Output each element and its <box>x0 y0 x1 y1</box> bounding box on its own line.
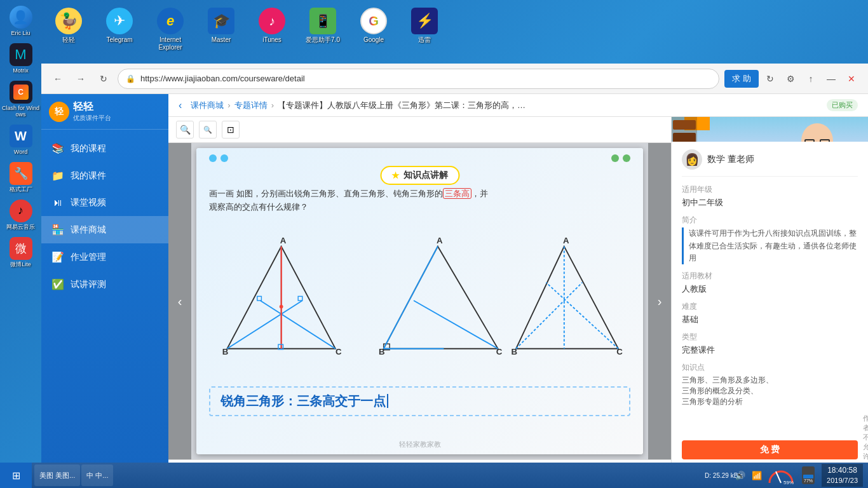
desktop-icon-format-factory[interactable]: 🔧 格式工厂 <box>1 159 41 196</box>
address-bar[interactable]: 🔒 https://www.jiajiaoban.com/courseware/… <box>118 69 719 89</box>
svg-text:A: A <box>563 236 569 245</box>
svg-line-2 <box>227 301 302 349</box>
desktop-icon-xunlei[interactable]: ⚡ 迅雷 <box>402 5 447 46</box>
desktop-icon-aisi[interactable]: 📱 爱思助手7.0 <box>301 5 345 46</box>
desktop-icon-master[interactable]: 🎓 Master <box>199 5 243 46</box>
viewer-toolbar: 🔍 🔍 ⊡ <box>168 117 671 143</box>
desktop-icon-word[interactable]: W Word <box>1 122 41 158</box>
desktop-icon-label: Internet Explorer <box>149 36 191 51</box>
desktop-icon-clash[interactable]: C Clash for Windows <box>1 78 41 121</box>
desktop-icons-top: 🦆 轻轻 ✈ Telegram e Internet Explorer 🎓 Ma… <box>41 0 671 64</box>
desktop-icon-google[interactable]: G Google <box>351 5 396 46</box>
slide-frame: ★ 知识点讲解 画一画 如图，分别画出锐角三角形、直角三角形、钝角三角形的三条高… <box>196 148 643 454</box>
back-browser-button[interactable]: ← <box>49 70 67 88</box>
close-button[interactable]: ✕ <box>843 70 860 88</box>
desktop-icon-label: 轻轻 <box>62 36 75 44</box>
teacher-row: 👩 数学 董老师 <box>682 149 858 177</box>
desktop-icon-label: 网易云音乐 <box>6 224 35 231</box>
breadcrumb-courseware-shop[interactable]: 课件商城 <box>191 100 224 111</box>
free-download-button[interactable]: 免 费 <box>682 440 858 459</box>
desktop-icons-left: 👤 Eric Liu M Motrix C Clash for Windows … <box>0 0 41 458</box>
type-value: 完整课件 <box>682 344 858 356</box>
desktop-icon-label: Eric Liu <box>11 30 30 37</box>
desktop-icon-weibo[interactable]: 微 微博Lite <box>1 234 41 271</box>
desktop-icon-label: 微博Lite <box>10 261 31 268</box>
svg-point-9 <box>280 305 283 309</box>
knowledge-point-1: 三角形、三角形及多边形、 <box>682 375 858 386</box>
sidebar: 轻 轻轻 优质课件平台 📚 我的课程 📁 我的课件 <box>41 94 168 488</box>
logo-icon: 轻 <box>49 102 69 122</box>
browser-topbar: ← → ↻ 🔒 https://www.jiajiaoban.com/cours… <box>41 64 868 94</box>
dot-green-1 <box>611 154 619 162</box>
dot-green-2 <box>623 154 630 162</box>
taskbar-tray: D: 25.29 kB/s 🔊 📶 59% 77% <box>712 463 868 488</box>
taskbar-item-label: 美图 美图... <box>39 471 75 480</box>
volume-tray-icon[interactable]: 🔊 <box>734 469 747 482</box>
refresh-button[interactable]: ↻ <box>761 70 779 88</box>
desktop-icon-qingqing[interactable]: 🦆 轻轻 <box>46 5 91 46</box>
next-slide-button[interactable]: › <box>648 143 671 459</box>
svg-rect-11 <box>257 296 262 301</box>
teacher-video <box>672 117 868 142</box>
classroom-video-icon: ⏯ <box>51 197 64 208</box>
sidebar-item-courseware-shop[interactable]: 🏪 课件商城 <box>41 216 168 243</box>
taskbar-item-meitu[interactable]: 美图 美图... <box>34 464 80 486</box>
desktop-icon-ie[interactable]: e Internet Explorer <box>148 5 193 54</box>
info-section-intro: 简介 该课件可用于作为七升八衔接知识点巩固训练，整体难度已合生活实际，有趣生动，… <box>682 215 858 264</box>
breadcrumb-bar: ‹ 课件商城 › 专题详情 › 【专题课件】人教版八年级上册《三角形》第二课：三… <box>168 94 868 117</box>
settings-button[interactable]: ⚙ <box>782 70 799 88</box>
svg-line-16 <box>414 301 498 349</box>
share-button[interactable]: ↑ <box>802 70 820 88</box>
info-section-difficulty: 难度 基础 <box>682 301 858 325</box>
content-area: 🔍 🔍 ⊡ ‹ <box>168 117 868 488</box>
main-content: ‹ 课件商城 › 专题详情 › 【专题课件】人教版八年级上册《三角形》第二课：三… <box>168 94 868 488</box>
start-button[interactable]: ⊞ <box>0 463 32 488</box>
taskbar-item-ime[interactable]: 中 中... <box>81 464 113 486</box>
forward-browser-button[interactable]: → <box>72 70 90 88</box>
intro-label: 简介 <box>682 215 858 226</box>
zoom-in-button[interactable]: 🔍 <box>176 121 194 139</box>
sidebar-item-trial-eval[interactable]: ✅ 试讲评测 <box>41 271 168 298</box>
taskbar-clock[interactable]: 18:40:58 2019/7/23 <box>822 464 863 487</box>
sidebar-item-label: 课堂视频 <box>71 197 106 208</box>
breadcrumb-sep-1: › <box>227 100 230 110</box>
slide-top-dots-right <box>611 154 630 162</box>
desktop-icon-telegram[interactable]: ✈ Telegram <box>97 5 142 46</box>
hdd-icon: 77% <box>799 464 818 487</box>
network-tray-icon: D: 25.29 kB/s <box>717 469 730 482</box>
sidebar-item-label: 课件商城 <box>71 224 106 236</box>
desktop-icon-itunes[interactable]: ♪ iTunes <box>250 5 294 46</box>
question-text-part1: 画一画 如图，分别画出锐角三角形、直角三角形、钝角三角形的 <box>209 189 443 198</box>
sidebar-item-my-courses[interactable]: 📚 我的课程 <box>41 135 168 162</box>
clock-time: 18:40:58 <box>827 465 858 476</box>
speed-gauge: 59% <box>767 464 795 487</box>
network-wifi-icon[interactable]: 📶 <box>750 469 763 482</box>
course-viewer: 🔍 🔍 ⊡ ‹ <box>168 117 671 488</box>
desktop-icon-eric-liu[interactable]: 👤 Eric Liu <box>1 3 41 39</box>
desktop-icon-label: Master <box>212 36 231 44</box>
sidebar-item-my-courseware[interactable]: 📁 我的课件 <box>41 162 168 189</box>
desktop-icon-motrix[interactable]: M Motrix <box>1 41 41 77</box>
breadcrumb-topic-detail[interactable]: 专题详情 <box>234 100 268 111</box>
fit-button[interactable]: ⊡ <box>222 121 240 139</box>
zoom-out-button[interactable]: 🔍 <box>199 121 217 139</box>
svg-text:C: C <box>616 347 623 356</box>
app-layout: 轻 轻轻 优质课件平台 📚 我的课程 📁 我的课件 <box>41 94 868 488</box>
sidebar-nav: 📚 我的课程 📁 我的课件 ⏯ 课堂视频 🏪 课件商城 <box>41 130 168 303</box>
back-button[interactable]: ‹ <box>179 100 182 111</box>
help-button[interactable]: 求 助 <box>724 70 759 88</box>
prev-slide-button[interactable]: ‹ <box>168 143 191 459</box>
browser-toolbar-icons: 求 助 ↻ ⚙ ↑ — ✕ <box>724 70 860 88</box>
intro-text: 该课件可用于作为七升八衔接知识点巩固训练，整体难度已合生活实际，有趣生动，通供各… <box>682 227 858 264</box>
dot-1 <box>209 154 217 162</box>
svg-line-3 <box>261 301 336 349</box>
slide-top-dots-left <box>209 154 228 162</box>
star-icon: ★ <box>391 170 400 180</box>
desktop: 👤 Eric Liu M Motrix C Clash for Windows … <box>0 0 868 488</box>
refresh-browser-button[interactable]: ↻ <box>95 70 112 88</box>
desktop-icon-netease-music[interactable]: ♪ 网易云音乐 <box>1 197 41 233</box>
sidebar-item-classroom-video[interactable]: ⏯ 课堂视频 <box>41 189 168 216</box>
course-info: 👩 数学 董老师 适用年级 初中二年级 简介 <box>672 142 868 488</box>
minimize-button[interactable]: — <box>822 70 840 88</box>
sidebar-item-homework[interactable]: 📝 作业管理 <box>41 243 168 271</box>
